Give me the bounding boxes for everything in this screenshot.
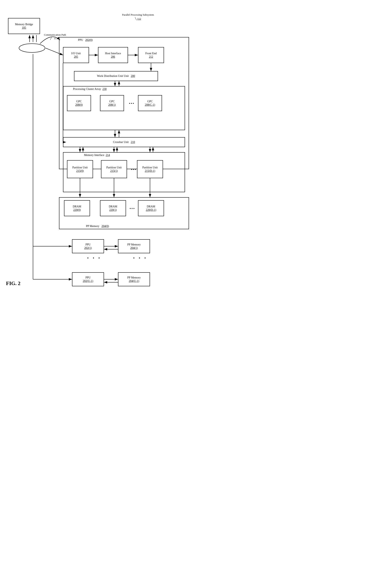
gpcN-label: GPC — [147, 100, 152, 103]
memory-bridge-label: Memory Bridge — [15, 23, 33, 26]
partN-label: Partition Unit — [142, 166, 158, 169]
pp-mem1-number: 204(1) — [130, 246, 138, 250]
host-interface-box: Host Interface 206 — [98, 47, 128, 63]
dram0-label: DRAM — [73, 205, 81, 208]
svg-point-0 — [19, 44, 45, 53]
ppu1-label: PPU — [86, 243, 90, 246]
ppu0-label: PPU 202(0) — [78, 38, 93, 42]
part-dots: ••• — [131, 167, 136, 172]
part1-number: 215(1) — [110, 169, 118, 173]
memory-bridge-number: 105 — [22, 26, 26, 30]
ppu1-box: PPU 202(1) — [72, 239, 104, 253]
dramN-label: DRAM — [147, 205, 155, 208]
front-end-label: Front End — [146, 52, 156, 55]
part0-box: Partition Unit 215(0) — [67, 160, 93, 178]
cluster-array-label: Processing Cluster Array 230 — [73, 87, 106, 91]
work-dist-label: Work Distribution Unit Unit 200 — [97, 74, 135, 78]
gpc1-number: 208(1) — [108, 103, 116, 107]
crossbar-label: Crossbar Unit 210 — [113, 140, 135, 144]
pp-mem1-box: PP Memory 204(1) — [118, 239, 150, 253]
partN-number: 215(D-1) — [145, 169, 155, 173]
pp-memN-number: 204(U-1) — [129, 279, 139, 283]
dram0-number: 220(0) — [73, 208, 80, 212]
bus-ellipse — [18, 42, 46, 54]
gpc1-box: GPC 208(1) — [100, 95, 124, 111]
gpcN-box: GPC 208(C-1) — [138, 95, 162, 111]
part0-number: 215(0) — [76, 169, 84, 173]
part0-label: Partition Unit — [72, 166, 88, 169]
dram1-box: DRAM 220(1) — [100, 200, 126, 216]
parallel-subsystem-label: Parallel Processing Subsystem ╲ 112 — [118, 13, 158, 21]
io-unit-box: I/O Unit 205 — [63, 47, 89, 63]
partN-box: Partition Unit 215(D-1) — [137, 160, 163, 178]
dram1-number: 220(1) — [109, 208, 116, 212]
host-interface-number: 206 — [111, 55, 115, 59]
gpc0-label: GPC — [76, 100, 82, 103]
gpcN-number: 208(C-1) — [145, 103, 155, 107]
page: Memory Bridge 105 Communication Path ╱11… — [0, 0, 196, 292]
front-end-box: Front End 212 — [138, 47, 164, 63]
gpc-dots: ••• — [129, 101, 134, 106]
ppuN-number: 202(U-1) — [83, 279, 93, 283]
ppu1-number: 202(1) — [84, 246, 92, 250]
dram-dots: ••• — [130, 206, 135, 211]
vert-dots2: ••• — [131, 257, 148, 260]
ppuN-box: PPU 202(U-1) — [72, 272, 104, 286]
pp-memN-label: PP Memory — [128, 276, 141, 279]
gpc0-box: GPC 208(0) — [67, 95, 91, 111]
dramN-number: 220(D-1) — [146, 208, 156, 212]
work-dist-box: Work Distribution Unit Unit 200 — [74, 71, 158, 81]
ppuN-label: PPU — [86, 276, 90, 279]
mem-interface-label: Memory Interface 214 — [84, 153, 110, 157]
pp-memN-box: PP Memory 204(U-1) — [118, 272, 150, 286]
gpc1-label: GPC — [109, 100, 114, 103]
dramN-box: DRAM 220(D-1) — [138, 200, 164, 216]
pp-mem0-label: PP Memory 204(0) — [86, 224, 109, 228]
front-end-number: 212 — [149, 55, 153, 59]
crossbar-box: Crossbar Unit 210 — [63, 137, 185, 147]
part1-label: Partition Unit — [106, 166, 122, 169]
gpc0-number: 208(0) — [75, 103, 82, 107]
host-interface-label: Host Interface — [105, 52, 121, 55]
pp-mem1-label: PP Memory — [128, 243, 141, 246]
io-unit-number: 205 — [74, 55, 78, 59]
fig-label: FIG. 2 — [6, 280, 20, 286]
memory-bridge-box: Memory Bridge 105 — [8, 18, 40, 34]
vert-dots1: ••• — [85, 257, 102, 260]
dram1-label: DRAM — [109, 205, 117, 208]
io-unit-label: I/O Unit — [71, 52, 80, 55]
part1-box: Partition Unit 215(1) — [101, 160, 127, 178]
dram0-box: DRAM 220(0) — [64, 200, 90, 216]
